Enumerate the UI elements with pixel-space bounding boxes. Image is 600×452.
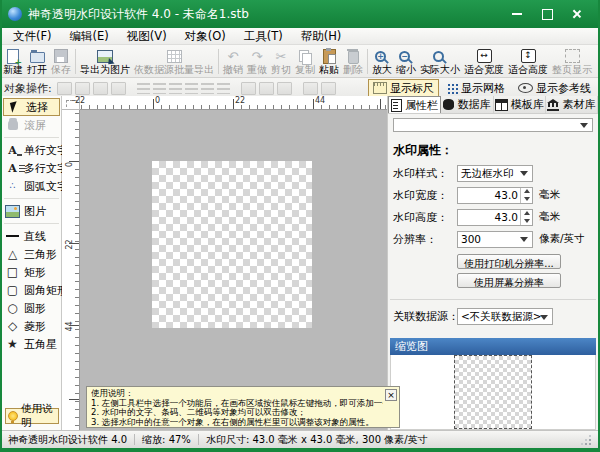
delete-trash-icon <box>348 51 359 64</box>
template-icon <box>495 99 508 111</box>
tool-diamond-label: 菱形 <box>24 319 46 334</box>
batch-export-label: 依数据源批量导出 <box>134 65 214 75</box>
actual-size-button[interactable]: 实际大小 <box>418 46 462 77</box>
hand-icon <box>8 120 18 130</box>
menu-tools[interactable]: 工具(T) <box>235 29 292 44</box>
use-screen-dpi-button[interactable]: 使用屏幕分辨率 <box>457 273 561 288</box>
spin-up-icon[interactable] <box>521 210 532 218</box>
watermark-artboard[interactable] <box>152 161 312 328</box>
main-toolbar: 新建 打开 保存 导出为图片 依数据源批量导出 ↶ 撤销 ↷ 重做 ✂ 剪切 复… <box>0 45 600 78</box>
object-selector-combobox[interactable] <box>393 118 593 132</box>
minimize-button[interactable] <box>502 2 532 26</box>
spin-down-icon[interactable] <box>521 195 532 203</box>
tool-star[interactable]: ★ 五角星 <box>2 335 61 353</box>
window-border-bottom <box>0 448 600 452</box>
cut-scissors-icon: ✂ <box>276 50 287 63</box>
tool-circle[interactable]: ○ 圆形 <box>2 299 61 317</box>
tab-database[interactable]: 数据库 <box>441 96 493 113</box>
menu-object[interactable]: 对象(O) <box>176 29 235 44</box>
tool-multi-line-text[interactable]: A 多行文字 <box>2 159 61 177</box>
tab-properties[interactable]: 属性栏 <box>388 96 441 113</box>
cut-button: ✂ 剪切 <box>269 46 293 77</box>
show-ruler-label: 显示标尺 <box>390 81 434 96</box>
undo-icon: ↶ <box>228 50 239 63</box>
style-dropdown[interactable]: 无边框水印 <box>457 165 533 182</box>
tool-image[interactable]: 图片 <box>2 202 61 220</box>
tool-select[interactable]: 选择 <box>3 98 60 116</box>
show-grid-label: 显示网格 <box>461 81 505 96</box>
open-button[interactable]: 打开 <box>25 46 49 77</box>
align-right-icon <box>169 83 182 94</box>
zoom-in-label: 放大 <box>372 65 392 75</box>
fit-height-icon: ↕ <box>521 49 536 63</box>
h-ruler-label: 0 <box>155 96 160 105</box>
bank-icon <box>547 99 559 111</box>
new-button[interactable]: 新建 <box>1 46 25 77</box>
menu-edit[interactable]: 编辑(E) <box>61 29 118 44</box>
thumbnail-area <box>390 355 596 430</box>
tool-rect[interactable]: □ 矩形 <box>2 263 61 281</box>
zoom-out-button[interactable]: − 缩小 <box>394 46 418 77</box>
width-spinner[interactable]: 43.0 <box>457 187 533 204</box>
copy-label: 复制 <box>295 65 315 75</box>
show-grid-toggle[interactable]: 显示网格 <box>442 79 510 98</box>
tool-triangle-label: 三角形 <box>24 247 57 262</box>
tool-arc-text[interactable]: ∴ 圆弧文字 <box>2 177 61 195</box>
show-guides-toggle[interactable]: 显示参考线 <box>513 79 596 98</box>
datasource-dropdown[interactable]: <不关联数据源> <box>457 308 553 325</box>
align-bottom-icon <box>217 83 230 94</box>
menu-file[interactable]: 文件(F) <box>4 29 61 44</box>
menu-help[interactable]: 帮助(H) <box>292 29 351 44</box>
export-image-icon <box>97 50 113 63</box>
redo-label: 重做 <box>247 65 267 75</box>
tool-line[interactable]: 直线 <box>2 227 61 245</box>
status-separator <box>134 434 135 445</box>
tab-materials[interactable]: 素材库 <box>546 96 598 113</box>
spin-up-icon[interactable] <box>521 188 532 196</box>
bring-forward-icon <box>57 82 72 95</box>
infobox-close-button[interactable]: × <box>385 389 397 401</box>
fit-width-label: 适合宽度 <box>464 65 504 75</box>
properties-panel: 水印属性： 水印样式： 无边框水印 水印宽度： 43.0 毫米 水印高度： 43… <box>388 114 598 430</box>
close-button[interactable] <box>562 2 592 26</box>
same-height-icon <box>259 82 274 95</box>
spin-down-icon[interactable] <box>521 217 532 225</box>
lightbulb-icon <box>8 411 18 421</box>
tool-image-label: 图片 <box>24 204 46 219</box>
width-label: 水印宽度： <box>393 188 457 203</box>
tool-round-rect[interactable]: ▢ 圆角矩形 <box>2 281 61 299</box>
zoom-in-button[interactable]: + 放大 <box>370 46 394 77</box>
canvas[interactable] <box>80 110 387 430</box>
height-spinner[interactable]: 43.0 <box>457 209 533 226</box>
menu-view[interactable]: 视图(V) <box>118 29 176 44</box>
delete-label: 删除 <box>343 65 363 75</box>
window-controls <box>502 2 592 26</box>
tool-triangle[interactable]: △ 三角形 <box>2 245 61 263</box>
status-separator <box>198 434 199 445</box>
new-document-icon <box>7 49 19 64</box>
tab-templates[interactable]: 模板库 <box>494 96 546 113</box>
paste-button[interactable]: 粘贴 <box>317 46 341 77</box>
show-ruler-toggle[interactable]: 显示标尺 <box>368 79 439 98</box>
vertical-ruler: 0 22 44 <box>62 110 80 430</box>
usage-help-button[interactable]: 使用说明 <box>5 408 59 424</box>
database-icon <box>443 99 454 110</box>
h-ruler-label: 44 <box>315 96 325 105</box>
dpi-dropdown[interactable]: 300 <box>457 231 533 248</box>
tool-diamond[interactable]: ◇ 菱形 <box>2 317 61 335</box>
maximize-button[interactable] <box>532 2 562 26</box>
fit-width-button[interactable]: ↔ 适合宽度 <box>462 46 506 77</box>
resize-grip[interactable] <box>580 434 592 446</box>
fit-height-button[interactable]: ↕ 适合高度 <box>506 46 550 77</box>
multi-line-text-icon: A <box>8 163 17 174</box>
export-image-button[interactable]: 导出为图片 <box>78 46 132 77</box>
width-value: 43.0 <box>495 189 518 201</box>
thumbnail-preview <box>454 355 532 429</box>
width-spin-buttons[interactable] <box>520 188 532 203</box>
use-printer-dpi-button[interactable]: 使用打印机分辨率... <box>457 254 561 269</box>
height-value: 43.0 <box>495 211 518 223</box>
height-spin-buttons[interactable] <box>520 210 532 225</box>
tool-single-line-text[interactable]: A 单行文字 <box>2 141 61 159</box>
tool-separator <box>4 137 59 138</box>
window-border-left <box>0 0 2 452</box>
